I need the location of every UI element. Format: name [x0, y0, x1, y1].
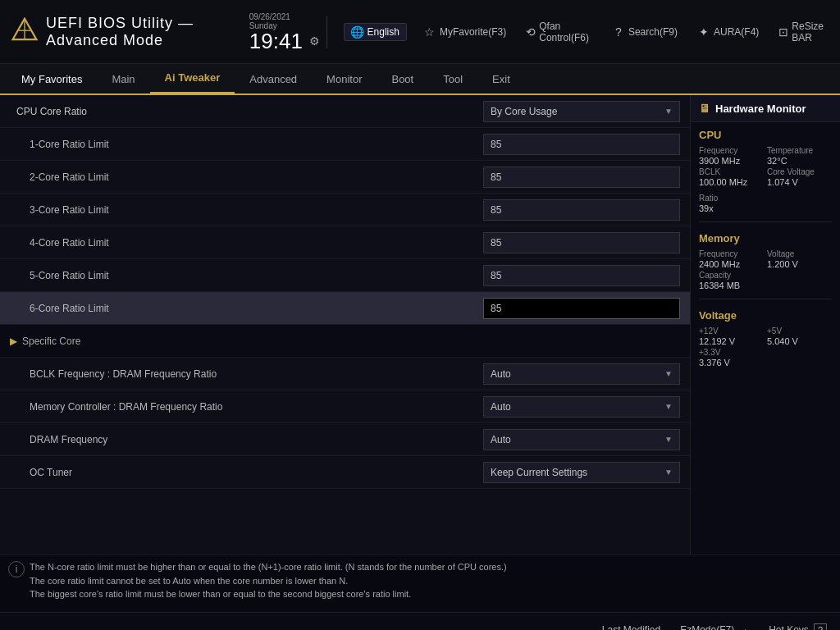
- core3-ratio-row[interactable]: 3-Core Ratio Limit: [0, 194, 690, 226]
- core2-ratio-row[interactable]: 2-Core Ratio Limit: [0, 161, 690, 194]
- info-icon: i: [8, 561, 25, 578]
- last-modified-button[interactable]: Last Modified: [602, 624, 660, 631]
- logo-area: UEFI BIOS Utility — Advanced Mode: [10, 15, 236, 49]
- chevron-down-icon: ▼: [664, 369, 673, 378]
- qfan-button[interactable]: ⟲ Qfan Control(F6): [523, 19, 596, 45]
- nav-item-myfavorites[interactable]: My Favorites: [7, 63, 97, 94]
- bclk-dram-row[interactable]: BCLK Frequency : DRAM Frequency Ratio Au…: [0, 358, 690, 390]
- star-icon: ☆: [423, 25, 436, 39]
- core4-ratio-input[interactable]: [483, 232, 680, 253]
- core1-ratio-row[interactable]: 1-Core Ratio Limit: [0, 128, 690, 161]
- expand-icon: ▶: [10, 336, 17, 347]
- language-selector[interactable]: 🌐 English: [344, 23, 407, 41]
- core1-ratio-label: 1-Core Ratio Limit: [16, 139, 483, 150]
- mem-freq-col: Frequency 2400 MHz: [699, 249, 764, 269]
- nav-item-aitweaker[interactable]: Ai Tweaker: [150, 63, 235, 94]
- main-content: CPU Core Ratio By Core Usage ▼ 1-Core Ra…: [0, 95, 840, 555]
- nav-item-boot[interactable]: Boot: [377, 63, 428, 94]
- hw-divider-2: [699, 299, 832, 299]
- nav-bar: My Favorites Main Ai Tweaker Advanced Mo…: [0, 64, 840, 95]
- date-display: 09/26/2021Sunday: [249, 12, 290, 30]
- chevron-down-icon: ▼: [664, 107, 673, 116]
- hot-keys-button[interactable]: Hot Keys ?: [769, 623, 827, 631]
- asus-logo-icon: [10, 16, 39, 48]
- oc-tuner-row[interactable]: OC Tuner Keep Current Settings ▼: [0, 456, 690, 489]
- arrow-right-icon: →: [737, 623, 749, 631]
- cpu-ratio-section: Ratio 39x: [691, 192, 840, 218]
- nav-item-main[interactable]: Main: [97, 63, 149, 94]
- voltage-stats-grid: +12V 12.192 V +5V 5.040 V +3.3V 3.376 V: [691, 325, 840, 372]
- dram-freq-dropdown[interactable]: Auto ▼: [483, 429, 680, 450]
- nav-item-monitor[interactable]: Monitor: [312, 63, 377, 94]
- chevron-down-icon: ▼: [664, 468, 673, 477]
- mem-capacity-col: Capacity 16384 MB: [699, 271, 832, 290]
- dram-freq-row[interactable]: DRAM Frequency Auto ▼: [0, 423, 690, 456]
- core2-ratio-input[interactable]: [483, 167, 680, 188]
- ez-mode-button[interactable]: EzMode(F7) →: [680, 623, 749, 631]
- myfavorite-button[interactable]: ☆ MyFavorite(F3): [420, 24, 509, 40]
- globe-icon: 🌐: [351, 25, 364, 39]
- hw-divider-1: [699, 221, 832, 222]
- core6-ratio-input[interactable]: [483, 298, 680, 319]
- cpu-core-ratio-row[interactable]: CPU Core Ratio By Core Usage ▼: [0, 95, 690, 128]
- chevron-down-icon: ▼: [664, 402, 673, 411]
- fan-icon: ⟲: [526, 25, 536, 39]
- core5-ratio-row[interactable]: 5-Core Ratio Limit: [0, 259, 690, 292]
- core3-ratio-label: 3-Core Ratio Limit: [16, 204, 483, 216]
- search-button[interactable]: ? Search(F9): [609, 24, 681, 40]
- resize-icon: ⊡: [778, 25, 788, 39]
- datetime-area: 09/26/2021Sunday 19:41 ⚙: [249, 12, 307, 52]
- settings-icon[interactable]: ⚙: [309, 34, 320, 48]
- cpu-freq-col: Frequency 3900 MHz: [699, 146, 764, 166]
- nav-item-exit[interactable]: Exit: [477, 63, 525, 94]
- mem-voltage-col: Voltage 1.200 V: [767, 249, 832, 269]
- aura-icon: ✦: [697, 25, 710, 39]
- core-voltage-col: Core Voltage 1.074 V: [767, 167, 832, 187]
- info-bar: i The N-core ratio limit must be higher …: [0, 555, 840, 612]
- core1-ratio-input[interactable]: [483, 134, 680, 155]
- hw-monitor-sidebar: 🖥 Hardware Monitor CPU Frequency 3900 MH…: [690, 95, 840, 555]
- core3-ratio-input[interactable]: [483, 199, 680, 221]
- core5-ratio-input[interactable]: [483, 265, 680, 286]
- resize-bar-button[interactable]: ⊡ ReSize BAR: [775, 19, 830, 45]
- info-bar-container: i The N-core ratio limit must be higher …: [0, 555, 840, 612]
- help-icon: ?: [814, 623, 827, 631]
- v12-col: +12V 12.192 V: [699, 326, 764, 346]
- core5-ratio-label: 5-Core Ratio Limit: [16, 270, 483, 281]
- v5-col: +5V 5.040 V: [767, 326, 832, 346]
- nav-item-tool[interactable]: Tool: [428, 63, 477, 94]
- settings-panel: CPU Core Ratio By Core Usage ▼ 1-Core Ra…: [0, 95, 690, 555]
- memory-section-title: Memory: [691, 226, 840, 248]
- mem-ctrl-label: Memory Controller : DRAM Frequency Ratio: [16, 401, 483, 413]
- voltage-section-title: Voltage: [691, 303, 840, 325]
- specific-core-label: Specific Core: [22, 336, 680, 347]
- aura-button[interactable]: ✦ AURA(F4): [694, 24, 762, 40]
- info-line-2: The core ratio limit cannot be set to Au…: [30, 576, 348, 586]
- bclk-col: BCLK 100.00 MHz: [699, 167, 764, 187]
- oc-tuner-dropdown[interactable]: Keep Current Settings ▼: [483, 462, 680, 483]
- top-bar: UEFI BIOS Utility — Advanced Mode 09/26/…: [0, 0, 840, 64]
- hw-monitor-title: 🖥 Hardware Monitor: [691, 95, 840, 122]
- monitor-icon: 🖥: [699, 102, 710, 115]
- core6-ratio-label: 6-Core Ratio Limit: [16, 303, 483, 314]
- core2-ratio-label: 2-Core Ratio Limit: [16, 171, 483, 183]
- bclk-dram-label: BCLK Frequency : DRAM Frequency Ratio: [16, 368, 483, 380]
- core6-ratio-row[interactable]: 6-Core Ratio Limit: [0, 292, 690, 325]
- core4-ratio-label: 4-Core Ratio Limit: [16, 237, 483, 249]
- mem-ctrl-row[interactable]: Memory Controller : DRAM Frequency Ratio…: [0, 390, 690, 423]
- info-line-1: The N-core ratio limit must be higher th…: [30, 562, 507, 572]
- core4-ratio-row[interactable]: 4-Core Ratio Limit: [0, 226, 690, 259]
- specific-core-section[interactable]: ▶ Specific Core: [0, 325, 690, 358]
- mem-ctrl-dropdown[interactable]: Auto ▼: [483, 396, 680, 418]
- nav-item-advanced[interactable]: Advanced: [235, 63, 312, 94]
- dram-freq-label: DRAM Frequency: [16, 434, 483, 445]
- oc-tuner-label: OC Tuner: [16, 467, 483, 478]
- cpu-core-ratio-dropdown[interactable]: By Core Usage ▼: [483, 101, 680, 122]
- info-line-3: The biggest core's ratio limit must be l…: [30, 589, 411, 599]
- bclk-dram-dropdown[interactable]: Auto ▼: [483, 363, 680, 385]
- chevron-down-icon: ▼: [664, 435, 673, 444]
- cpu-core-ratio-label: CPU Core Ratio: [16, 106, 483, 117]
- bios-title: UEFI BIOS Utility — Advanced Mode: [46, 15, 236, 49]
- time-display: 19:41: [249, 30, 303, 52]
- cpu-temp-col: Temperature 32°C: [767, 146, 832, 166]
